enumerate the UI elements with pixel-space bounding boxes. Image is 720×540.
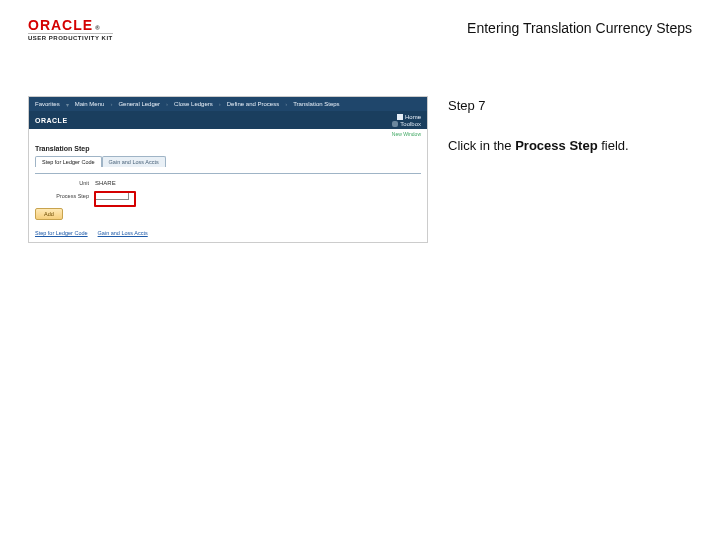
breadcrumb: Favorites▾ Main Menu› General Ledger› Cl… [29,97,427,111]
registered-mark: ® [95,25,100,31]
toolbox-label[interactable]: Toolbox [400,121,421,127]
page-title: Entering Translation Currency Steps [467,20,692,36]
tab-gain-and-loss-accts[interactable]: Gain and Loss Accts [102,156,166,167]
tab-step-for-ledger-code[interactable]: Step for Ledger Code [35,156,102,167]
instr-prefix: Click in the [448,138,515,153]
nav-item[interactable]: Favorites [35,101,60,107]
step-number: Step 7 [448,96,692,116]
new-window-link[interactable]: New Window [392,131,421,137]
process-step-field[interactable] [95,192,129,200]
logo-subtitle: USER PRODUCTIVITY KIT [28,33,113,41]
nav-item[interactable]: General Ledger [118,101,160,107]
step-instruction: Click in the Process Step field. [448,136,692,156]
unit-value: SHARE [95,180,116,186]
logo-text: ORACLE [28,18,93,32]
nav-item[interactable]: Close Ledgers [174,101,213,107]
app-brand: ORACLE [35,117,68,124]
nav-item[interactable]: Define and Process [227,101,279,107]
instr-suffix: field. [598,138,629,153]
home-link[interactable]: Home [405,114,421,120]
embedded-screenshot: Favorites▾ Main Menu› General Ledger› Cl… [28,96,428,243]
nav-item[interactable]: Translation Steps [293,101,339,107]
form-title: Translation Step [35,145,421,152]
home-icon[interactable] [397,114,403,120]
nav-item[interactable]: Main Menu [75,101,105,107]
instr-target: Process Step [515,138,597,153]
bottom-link[interactable]: Gain and Loss Accts [98,230,148,236]
process-step-label: Process Step [35,193,89,199]
bottom-link[interactable]: Step for Ledger Code [35,230,88,236]
toolbox-icon[interactable] [392,121,398,127]
add-button[interactable]: Add [35,208,63,220]
unit-label: Unit [35,180,89,186]
